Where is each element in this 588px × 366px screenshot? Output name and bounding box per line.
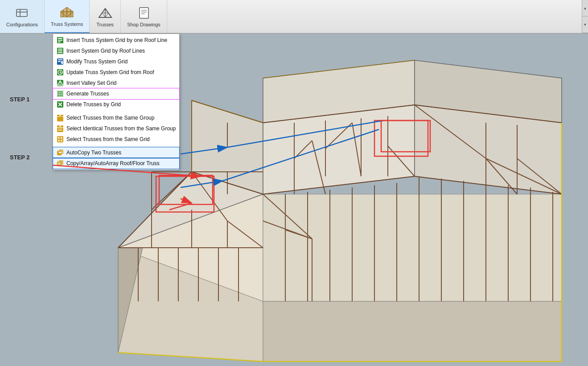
svg-rect-104: [58, 38, 62, 39]
shop-drawings-label: Shop Drawings: [127, 22, 160, 27]
select-identical-icon: [57, 125, 64, 132]
svg-rect-106: [58, 42, 61, 42]
autocopy-icon: [57, 149, 64, 156]
svg-rect-113: [58, 61, 61, 62]
select-identical-label: Select Identical Trusses from the Same G…: [66, 125, 176, 132]
menu-select-identical-group[interactable]: Select Identical Trusses from the Same G…: [53, 123, 179, 134]
select-grid-icon: [57, 136, 64, 143]
configurations-icon: [15, 6, 29, 20]
toolbar-shop-drawings[interactable]: Shop Drawings: [121, 0, 167, 33]
svg-rect-142: [61, 140, 62, 141]
menu-select-same-group[interactable]: Select Trusses from the Same Group: [53, 112, 179, 123]
menu-update-grid[interactable]: Update Truss System Grid from Roof: [53, 67, 179, 78]
toolbar-scroll-up[interactable]: ▲: [582, 0, 588, 17]
svg-rect-135: [61, 125, 63, 127]
valley-icon: [57, 79, 64, 87]
svg-rect-112: [58, 59, 62, 60]
menu-select-same-grid[interactable]: Select Trusses from the Same Grid: [53, 134, 179, 145]
update-label: Update Truss System Grid from Roof: [66, 69, 154, 75]
svg-rect-133: [57, 128, 63, 132]
svg-rect-141: [58, 140, 60, 141]
insert-one-label: Insert Truss System Grid by one Roof Lin…: [66, 37, 167, 43]
trusses-icon: [98, 6, 112, 20]
svg-line-14: [105, 13, 108, 17]
menu-autocopy-two[interactable]: AutoCopy Two Trusses: [53, 147, 179, 158]
svg-rect-139: [58, 137, 60, 139]
select-group-icon: [57, 114, 64, 121]
truss-systems-menu: Insert Truss System Grid by one Roof Lin…: [53, 33, 180, 170]
menu-insert-by-one-roof-line[interactable]: Insert Truss System Grid by one Roof Lin…: [53, 35, 179, 46]
generate-label: Generate Trusses: [66, 91, 109, 97]
step1-label: STEP 1: [10, 96, 30, 103]
menu-generate-trusses[interactable]: Generate Trusses: [53, 88, 179, 99]
svg-line-13: [102, 13, 105, 17]
generate-icon: [57, 90, 64, 97]
delete-icon: [57, 101, 64, 108]
svg-rect-109: [58, 50, 62, 51]
modify-icon: [57, 58, 64, 65]
truss-systems-icon: [60, 5, 74, 20]
svg-rect-140: [61, 137, 62, 139]
svg-rect-0: [16, 9, 27, 17]
toolbar-scrollbar: ▲ ▼: [582, 0, 588, 33]
svg-rect-120: [57, 91, 63, 97]
menu-copy-array[interactable]: Copy/Array/AutoArray Roof/Floor Truss: [53, 158, 179, 169]
svg-rect-108: [58, 49, 62, 50]
delete-label: Delete Trusses by Grid: [66, 101, 121, 108]
toolbar: Configurations Truss Systems: [0, 0, 588, 33]
copy-array-label: Copy/Array/AutoArray Roof/Floor Truss: [66, 160, 160, 166]
svg-rect-134: [57, 125, 60, 127]
toolbar-scroll-down[interactable]: ▼: [582, 17, 588, 33]
menu-insert-valley[interactable]: Insert Valley Set Grid: [53, 78, 179, 88]
select-grid-label: Select Trusses from the Same Grid: [66, 136, 150, 142]
update-icon: [57, 69, 64, 76]
menu-insert-by-roof-lines[interactable]: Insert System Grid by Roof Lines: [53, 46, 179, 56]
toolbar-truss-systems[interactable]: Truss Systems: [45, 0, 90, 33]
svg-rect-110: [58, 52, 62, 53]
valley-label: Insert Valley Set Grid: [66, 80, 117, 86]
trusses-label: Trusses: [96, 22, 114, 27]
menu-modify-grid[interactable]: Modify Truss System Grid: [53, 56, 179, 67]
svg-rect-129: [57, 117, 63, 121]
insert-lines-label: Insert System Grid by Roof Lines: [66, 48, 145, 54]
modify-label: Modify Truss System Grid: [66, 58, 127, 65]
insert-lines-icon: [57, 47, 64, 54]
insert-one-icon: [57, 37, 64, 44]
truss-systems-label: Truss Systems: [51, 21, 83, 27]
svg-rect-15: [140, 8, 148, 18]
select-group-label: Select Trusses from the Same Group: [66, 115, 154, 121]
step2-label: STEP 2: [10, 154, 30, 161]
shop-drawings-icon: [137, 6, 151, 20]
autocopy-label: AutoCopy Two Trusses: [66, 150, 121, 156]
svg-marker-22: [263, 301, 562, 362]
svg-rect-131: [61, 115, 63, 116]
configurations-label: Configurations: [6, 22, 38, 27]
copy-array-icon: [57, 160, 64, 167]
toolbar-trusses[interactable]: Trusses: [90, 0, 121, 33]
svg-rect-105: [58, 40, 62, 41]
toolbar-configurations[interactable]: Configurations: [0, 0, 45, 33]
menu-delete-trusses[interactable]: Delete Trusses by Grid: [53, 99, 179, 110]
